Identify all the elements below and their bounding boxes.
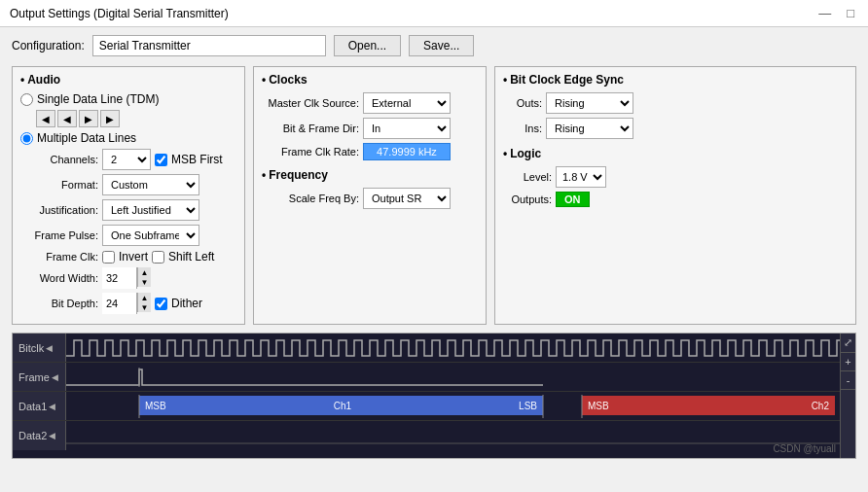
nav-btn-3[interactable]: ▶	[79, 110, 98, 127]
channels-label: Channels:	[20, 154, 98, 165]
ch2-label: Ch2	[812, 401, 829, 411]
bit-depth-label: Bit Depth:	[20, 298, 98, 309]
zoom-controls: ⤢ + -	[840, 334, 855, 458]
watermark: CSDN @tyuall	[773, 443, 836, 454]
config-label: Configuration:	[12, 39, 85, 53]
frequency-section: Frequency Scale Freq By: Output SR Input…	[262, 168, 478, 209]
clocks-section-title: Clocks	[262, 73, 478, 87]
frame-clk-label: Frame Clk:	[20, 251, 98, 263]
outs-select[interactable]: Rising Falling	[546, 92, 633, 114]
frame-track	[66, 363, 840, 391]
config-row: Configuration: Open... Save...	[12, 35, 856, 56]
audio-section-title: Audio	[20, 73, 236, 87]
data1-label: Data1 ◀	[13, 392, 66, 420]
msb-label: MSB	[145, 401, 166, 411]
frame-pulse-select[interactable]: One Subframe One Bit	[102, 225, 199, 246]
bit-frame-dir-select[interactable]: In Out	[363, 118, 451, 139]
shift-left-label: Shift Left	[168, 250, 214, 264]
bitsync-panel: Bit Clock Edge Sync Outs: Rising Falling…	[494, 66, 856, 325]
format-row: Format: Custom I2S Left Justified Right …	[20, 174, 236, 195]
invert-checkbox[interactable]	[102, 251, 115, 264]
open-button[interactable]: Open...	[334, 35, 401, 56]
data1-row: Data1 ◀ MSB Ch1 LSB MSB Ch2	[13, 392, 855, 421]
panels-row: Audio Single Data Line (TDM) ◀ ◀ ▶ ▶ Mul…	[12, 66, 856, 325]
outputs-badge[interactable]: ON	[556, 192, 590, 207]
invert-label: Invert	[119, 250, 148, 264]
master-clk-label: Master Clk Source:	[262, 97, 359, 109]
outputs-label: Outputs:	[503, 193, 552, 205]
single-data-line-row: Single Data Line (TDM)	[20, 92, 236, 106]
scale-freq-row: Scale Freq By: Output SR Input SR	[262, 188, 478, 209]
level-select[interactable]: 1.8 V 3.3 V 5 V	[556, 166, 606, 188]
msb-first-checkbox[interactable]	[155, 154, 167, 166]
word-width-up[interactable]: ▲	[137, 267, 151, 277]
format-select[interactable]: Custom I2S Left Justified Right Justifie…	[102, 174, 199, 195]
bit-depth-spinbox: ▲ ▼	[102, 293, 151, 314]
word-width-down[interactable]: ▼	[137, 277, 151, 287]
level-label: Level:	[503, 171, 552, 183]
nav-btn-4[interactable]: ▶	[100, 110, 120, 127]
maximize-button[interactable]: □	[843, 6, 858, 20]
bit-depth-input[interactable]	[102, 293, 137, 314]
frame-row: Frame ◀ ▲ ▼	[13, 363, 855, 392]
window-title: Output Settings (Digital Serial Transmit…	[10, 7, 229, 20]
minimize-button[interactable]: —	[814, 6, 835, 20]
nav-buttons: ◀ ◀ ▶ ▶	[36, 110, 236, 127]
clocks-panel: Clocks Master Clk Source: External Inter…	[253, 66, 487, 325]
ins-row: Ins: Rising Falling	[503, 118, 848, 139]
save-button[interactable]: Save...	[409, 35, 474, 56]
ins-select[interactable]: Rising Falling	[546, 118, 633, 139]
bitclk-row: Bitclk ◀ ▲ ▼	[13, 334, 855, 363]
zoom-reset-btn[interactable]: -	[841, 371, 855, 390]
zoom-out-btn[interactable]: ⤢	[841, 334, 855, 353]
master-clk-select[interactable]: External Internal	[363, 92, 451, 114]
master-clk-row: Master Clk Source: External Internal	[262, 92, 478, 114]
audio-panel: Audio Single Data Line (TDM) ◀ ◀ ▶ ▶ Mul…	[12, 66, 245, 325]
scale-freq-select[interactable]: Output SR Input SR	[363, 188, 451, 209]
bitsync-section-title: Bit Clock Edge Sync	[503, 73, 848, 87]
shift-left-checkbox[interactable]	[152, 251, 164, 264]
nav-btn-1[interactable]: ◀	[36, 110, 55, 127]
justification-row: Justification: Left Justified Right Just…	[20, 199, 236, 221]
bit-depth-down[interactable]: ▼	[137, 302, 151, 312]
title-bar: Output Settings (Digital Serial Transmit…	[0, 0, 868, 27]
data2-track	[66, 421, 840, 450]
justification-label: Justification:	[20, 204, 98, 216]
single-data-line-radio[interactable]	[20, 93, 33, 106]
bit-frame-dir-label: Bit & Frame Dir:	[262, 123, 359, 134]
frequency-section-title: Frequency	[262, 168, 478, 182]
ch1-label: Ch1	[334, 401, 351, 411]
level-row: Level: 1.8 V 3.3 V 5 V	[503, 166, 848, 188]
channels-select[interactable]: 2 4 8	[102, 149, 151, 170]
justification-select[interactable]: Left Justified Right Justified	[102, 199, 199, 221]
word-width-label: Word Width:	[20, 272, 98, 284]
outputs-row: Outputs: ON	[503, 192, 848, 207]
logic-section: Logic Level: 1.8 V 3.3 V 5 V Outputs: ON	[503, 147, 848, 207]
scale-freq-label: Scale Freq By:	[262, 193, 359, 204]
zoom-in-btn[interactable]: +	[841, 353, 855, 371]
dither-label: Dither	[171, 297, 202, 310]
bit-depth-up[interactable]: ▲	[137, 293, 151, 302]
multiple-data-line-radio[interactable]	[20, 132, 33, 145]
bitclk-label: Bitclk ◀	[13, 334, 66, 362]
frame-clk-rate-row: Frame Clk Rate: 47.9999 kHz	[262, 143, 478, 160]
main-content: Configuration: Open... Save... Audio Sin…	[0, 27, 868, 467]
single-data-line-label: Single Data Line (TDM)	[37, 92, 159, 106]
frame-pulse-label: Frame Pulse:	[20, 229, 98, 241]
bitclk-track	[66, 334, 840, 362]
msb-first-label: MSB First	[171, 153, 223, 166]
word-width-arrows: ▲ ▼	[137, 267, 151, 289]
nav-btn-2[interactable]: ◀	[57, 110, 77, 127]
config-input[interactable]	[92, 35, 326, 56]
multiple-data-line-row: Multiple Data Lines	[20, 131, 236, 145]
frame-clk-rate-value: 47.9999 kHz	[363, 143, 451, 160]
frame-pulse-row: Frame Pulse: One Subframe One Bit	[20, 225, 236, 246]
logic-section-title: Logic	[503, 147, 848, 160]
bit-frame-dir-row: Bit & Frame Dir: In Out	[262, 118, 478, 139]
multiple-data-line-label: Multiple Data Lines	[37, 131, 136, 145]
word-width-input[interactable]	[102, 267, 137, 289]
dither-checkbox[interactable]	[155, 298, 167, 310]
outs-label: Outs:	[503, 97, 542, 109]
lsb-label: LSB	[519, 401, 537, 411]
waveform-area: Bitclk ◀ ▲ ▼ Frame ◀	[12, 333, 856, 459]
